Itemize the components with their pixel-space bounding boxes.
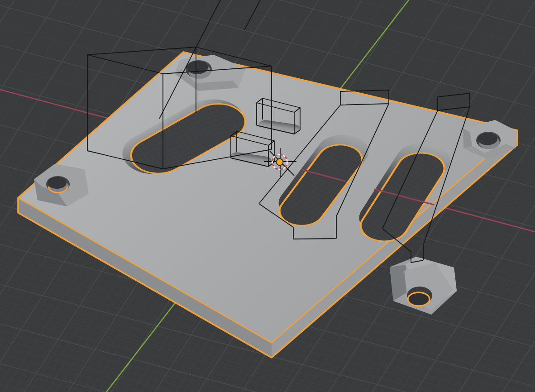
bolt-hole-opening bbox=[478, 133, 497, 145]
viewport-canvas[interactable] bbox=[0, 0, 535, 392]
3d-viewport[interactable] bbox=[0, 0, 535, 392]
cursor-origin-dot bbox=[277, 159, 283, 166]
bolt-hole-opening bbox=[48, 177, 67, 189]
